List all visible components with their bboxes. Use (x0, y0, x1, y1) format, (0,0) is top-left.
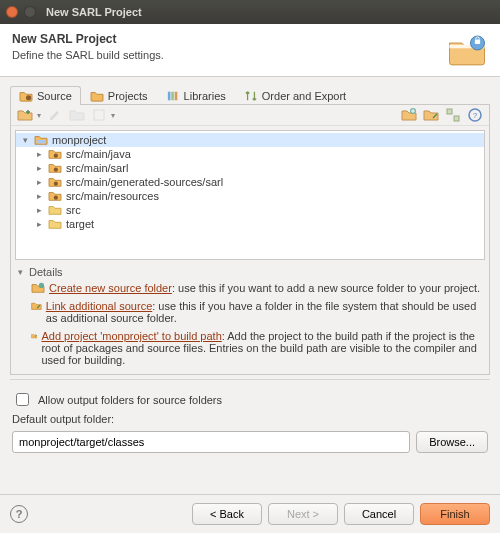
window-titlebar: New SARL Project (0, 0, 500, 24)
source-panel: ▾ ▾ ? ▾ monproject ▸src/main/java ▸src/m… (10, 105, 490, 375)
close-window-icon[interactable] (6, 6, 18, 18)
create-source-folder-text: : use this if you want to add a new sour… (172, 282, 480, 294)
expand-icon[interactable]: ▸ (34, 191, 44, 201)
expand-icon[interactable]: ▸ (34, 219, 44, 229)
tab-projects-label: Projects (108, 90, 148, 102)
collapse-icon[interactable]: ▾ (20, 135, 30, 145)
page-title: New SARL Project (12, 32, 164, 46)
remove-icon[interactable] (69, 107, 85, 123)
tab-order-export[interactable]: Order and Export (235, 86, 355, 105)
add-to-build-path-icon (31, 330, 37, 342)
page-subtitle: Define the SARL build settings. (12, 49, 164, 61)
tree-node[interactable]: ▸src (16, 203, 484, 217)
tree-root[interactable]: ▾ monproject (16, 133, 484, 147)
projects-icon (90, 90, 104, 102)
svg-point-17 (39, 283, 44, 288)
expand-all-icon[interactable] (445, 107, 461, 123)
package-folder-icon (48, 190, 62, 202)
tree-node[interactable]: ▸src/main/resources (16, 189, 484, 203)
create-source-folder-link[interactable]: Create new source folder (49, 282, 172, 294)
finish-button[interactable]: Finish (420, 503, 490, 525)
tab-source[interactable]: Source (10, 86, 81, 105)
tree-node-label: src (66, 204, 81, 216)
tab-projects[interactable]: Projects (81, 86, 157, 105)
browse-button[interactable]: Browse... (416, 431, 488, 453)
tree-node[interactable]: ▸src/main/java (16, 147, 484, 161)
wizard-footer: ? < Back Next > Cancel Finish (0, 494, 500, 533)
folder-icon (48, 204, 62, 216)
svg-point-2 (26, 95, 31, 100)
svg-rect-8 (447, 109, 452, 114)
folder-icon (48, 218, 62, 230)
separator (10, 379, 490, 380)
svg-rect-4 (171, 92, 174, 101)
default-output-folder-input[interactable] (12, 431, 410, 453)
allow-output-folders-label: Allow output folders for source folders (38, 394, 222, 406)
svg-text:?: ? (473, 111, 478, 120)
add-project-to-build-path-link[interactable]: Add project 'monproject' to build path (41, 330, 221, 342)
toggle-icon[interactable] (91, 107, 107, 123)
new-folder-icon[interactable] (401, 107, 417, 123)
expand-icon[interactable]: ▸ (34, 163, 44, 173)
wizard-header: New SARL Project Define the SARL build s… (0, 24, 500, 77)
dropdown-chevron-icon[interactable]: ▾ (111, 111, 115, 120)
tab-libraries[interactable]: Libraries (157, 86, 235, 105)
back-button[interactable]: < Back (192, 503, 262, 525)
svg-rect-12 (37, 140, 46, 143)
tree-node-label: target (66, 218, 94, 230)
link-additional-source-link[interactable]: Link additional source (46, 300, 152, 312)
tree-node[interactable]: ▸target (16, 217, 484, 231)
order-export-icon (244, 90, 258, 102)
libraries-icon (166, 90, 180, 102)
cancel-button[interactable]: Cancel (344, 503, 414, 525)
svg-rect-6 (94, 110, 104, 120)
tab-libraries-label: Libraries (184, 90, 226, 102)
help-icon[interactable]: ? (467, 107, 483, 123)
default-output-label: Default output folder: (10, 413, 490, 429)
dropdown-chevron-icon[interactable]: ▾ (37, 111, 41, 120)
allow-output-folders-checkbox[interactable] (16, 393, 29, 406)
tab-order-label: Order and Export (262, 90, 346, 102)
source-folder-icon (19, 90, 33, 102)
tree-root-label: monproject (52, 134, 106, 146)
collapse-icon[interactable]: ▾ (15, 267, 25, 277)
tree-node[interactable]: ▸src/main/generated-sources/sarl (16, 175, 484, 189)
tree-node-label: src/main/resources (66, 190, 159, 202)
svg-point-15 (54, 182, 58, 186)
next-button: Next > (268, 503, 338, 525)
source-folder-tree[interactable]: ▾ monproject ▸src/main/java ▸src/main/sa… (15, 130, 485, 260)
svg-rect-3 (167, 92, 170, 101)
build-path-tabs: Source Projects Libraries Order and Expo… (10, 85, 490, 105)
tree-node-label: src/main/generated-sources/sarl (66, 176, 223, 188)
expand-icon[interactable]: ▸ (34, 205, 44, 215)
folder-wizard-icon (446, 32, 488, 68)
svg-point-14 (54, 168, 58, 172)
details-heading: Details (29, 266, 63, 278)
minimize-window-icon[interactable] (24, 6, 36, 18)
package-folder-icon (48, 162, 62, 174)
new-source-folder-icon (31, 282, 45, 294)
window-title: New SARL Project (46, 6, 142, 18)
svg-point-16 (54, 196, 58, 200)
add-source-folder-icon[interactable] (17, 107, 33, 123)
expand-icon[interactable]: ▸ (34, 177, 44, 187)
edit-icon[interactable] (47, 107, 63, 123)
link-source-icon (31, 300, 42, 312)
link-folder-icon[interactable] (423, 107, 439, 123)
tree-node[interactable]: ▸src/main/sarl (16, 161, 484, 175)
project-icon (34, 134, 48, 146)
svg-rect-9 (454, 116, 459, 121)
svg-rect-1 (475, 40, 480, 44)
svg-rect-5 (174, 92, 177, 101)
svg-point-13 (54, 154, 58, 158)
expand-icon[interactable]: ▸ (34, 149, 44, 159)
tree-node-label: src/main/sarl (66, 162, 128, 174)
package-folder-icon (48, 176, 62, 188)
tree-node-label: src/main/java (66, 148, 131, 160)
source-toolbar: ▾ ▾ ? (11, 105, 489, 126)
tab-source-label: Source (37, 90, 72, 102)
details-section: ▾ Details Create new source folder: use … (15, 264, 485, 370)
help-button[interactable]: ? (10, 505, 28, 523)
package-folder-icon (48, 148, 62, 160)
